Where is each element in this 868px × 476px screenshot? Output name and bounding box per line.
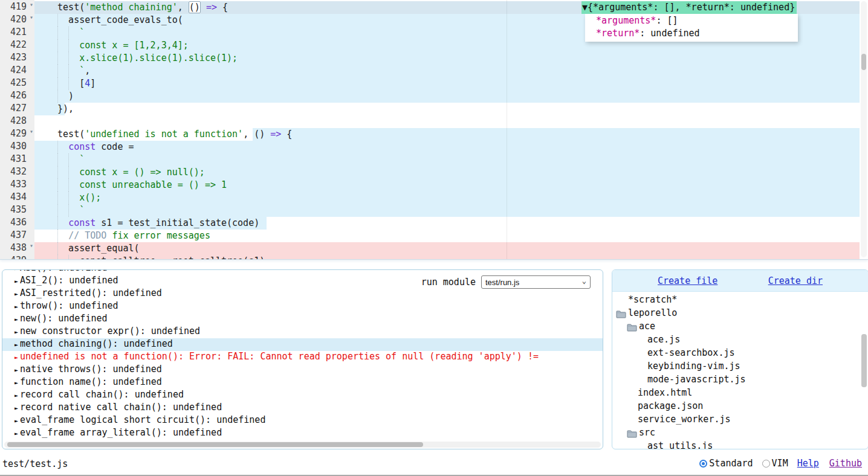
inspector-header[interactable]: ▼{*arguments*: [], *return*: undefined} (581, 1, 797, 14)
result-item[interactable]: ►record native call chain(): undefined (2, 402, 603, 414)
create-file-link[interactable]: Create file (658, 275, 717, 286)
code-row-423[interactable]: x.slice(1).slice(1).slice(1); (34, 52, 860, 65)
tree-item-service-worker-js[interactable]: service_worker.js (612, 414, 861, 427)
inspector-row[interactable]: *return*: undefined (585, 27, 798, 40)
code-line-434[interactable]: x(); (34, 191, 860, 204)
code-line-425[interactable]: [4] (34, 77, 860, 90)
tree-item-ast-utils-js[interactable]: ast_utils.js (612, 440, 861, 449)
files-scrollbar-thumb[interactable] (861, 334, 867, 387)
expand-arrow-icon[interactable]: ► (15, 430, 18, 437)
result-item[interactable]: ►new constructor expr(): undefined (2, 326, 603, 338)
code-row-429[interactable]: test('undefined is not a function', () =… (34, 128, 860, 141)
result-item[interactable]: ►new(): undefined (2, 313, 603, 326)
expand-arrow-icon[interactable]: ► (15, 341, 18, 348)
result-item[interactable]: ►native throws(): undefined (2, 364, 603, 376)
tree-item-index-html[interactable]: index.html (612, 387, 861, 400)
tree-item-ace-js[interactable]: ace.js (612, 334, 861, 347)
results-hscrollbar[interactable] (4, 442, 601, 448)
tree-item-keybinding-vim-js[interactable]: keybinding-vim.js (612, 361, 861, 374)
expand-arrow-icon[interactable]: ► (15, 316, 18, 323)
code-line-433[interactable]: const unreachable = () => 1 (34, 179, 860, 191)
result-item[interactable]: ►method chaining(): undefined (2, 338, 603, 351)
tree-item-ext-searchbox-js[interactable]: ext-searchbox.js (612, 347, 861, 361)
code-row-428[interactable] (34, 115, 860, 128)
result-item[interactable]: ►record call chain(): undefined (2, 389, 603, 402)
code-row-434[interactable]: x(); (34, 191, 860, 204)
expand-arrow-icon[interactable]: ► (15, 405, 18, 411)
code-row-438[interactable]: assert_equal( (34, 242, 860, 255)
expand-arrow-icon[interactable]: ► (15, 417, 18, 424)
code-line-439[interactable]: const calltree = root_calltree(s1) (34, 255, 860, 260)
code-row-439[interactable]: const calltree = root_calltree(s1) (34, 255, 860, 260)
editor-scrollbar-thumb[interactable] (861, 54, 866, 70)
tree-item-scratch[interactable]: *scratch* (612, 294, 861, 307)
editor-scrollbar[interactable] (861, 1, 867, 257)
keybinding-option-vim[interactable]: VIM (762, 458, 788, 469)
tree-item-src[interactable]: src (612, 427, 861, 440)
result-item[interactable]: ►function name(): undefined (2, 376, 603, 389)
code-line-436[interactable]: const s1 = test_initial_state(code) (34, 217, 860, 230)
expand-arrow-icon[interactable]: ► (15, 269, 18, 272)
code-row-431[interactable]: ` (34, 153, 860, 166)
code-row-432[interactable]: const x = () => null(); (34, 166, 860, 179)
tree-item-leporello[interactable]: leporello (612, 307, 861, 321)
tree-item-ace[interactable]: ace (612, 321, 861, 334)
code-line-427[interactable]: }), (34, 103, 860, 115)
expand-arrow-icon[interactable]: ► (15, 278, 18, 285)
gutter-line-431: 431 (0, 153, 34, 166)
code-line-424[interactable]: `, (34, 65, 860, 77)
code-line-430[interactable]: const code = (34, 141, 860, 153)
expand-arrow-icon[interactable]: ► (15, 329, 18, 335)
create-dir-link[interactable]: Create dir (768, 275, 823, 286)
expand-arrow-icon[interactable]: ► (15, 354, 18, 361)
code-row-427[interactable]: }), (34, 103, 860, 115)
code-line-435[interactable]: ` (34, 204, 860, 217)
fold-arrow-icon[interactable]: ▾ (30, 128, 33, 135)
code-line-431[interactable]: ` (34, 153, 860, 166)
code-row-437[interactable]: // TODO fix error messages (34, 230, 860, 242)
fold-arrow-icon[interactable]: ▾ (30, 14, 33, 21)
code-line-429[interactable]: test('undefined is not a function', () =… (34, 128, 860, 141)
code-line-432[interactable]: const x = () => null(); (34, 166, 860, 179)
result-item[interactable]: ►undefined is not a function(): Error: F… (2, 351, 603, 364)
result-item[interactable]: ►eval_frame array_literal(): undefined (2, 427, 603, 440)
code-line-426[interactable]: ) (34, 90, 860, 103)
result-item[interactable]: ►eval_frame logical short circuit(): und… (2, 414, 603, 427)
result-item[interactable]: ►throw(): undefined (2, 300, 603, 313)
collapse-arrow-icon[interactable]: ▼ (582, 2, 588, 13)
expand-arrow-icon[interactable]: ► (15, 392, 18, 399)
radio-unselected-icon[interactable] (762, 460, 770, 468)
result-item[interactable]: ►ASI(): undefined (2, 269, 603, 275)
tree-item-mode-javascript-js[interactable]: mode-javascript.js (612, 374, 861, 387)
expand-arrow-icon[interactable]: ► (15, 367, 18, 373)
run-module-select[interactable]: test/run.js (481, 275, 591, 289)
results-hscrollbar-thumb[interactable] (7, 442, 423, 447)
code-row-426[interactable]: ) (34, 90, 860, 103)
fold-arrow-icon[interactable]: ▾ (30, 242, 33, 249)
link-help[interactable]: Help (797, 458, 819, 469)
expand-arrow-icon[interactable]: ► (15, 291, 18, 297)
line-number: 420 (10, 14, 27, 25)
keybinding-option-standard[interactable]: Standard (699, 458, 753, 469)
code-line-438[interactable]: assert_equal( (34, 242, 860, 255)
tooltip-body: *arguments*: [] *return*: undefined (585, 14, 798, 42)
radio-selected-icon[interactable] (699, 460, 707, 468)
code-line-423[interactable]: x.slice(1).slice(1).slice(1); (34, 52, 860, 65)
code-row-424[interactable]: `, (34, 65, 860, 77)
inspector-row[interactable]: *arguments*: [] (585, 14, 798, 27)
code-row-435[interactable]: ` (34, 204, 860, 217)
code-row-430[interactable]: const code = (34, 141, 860, 153)
link-github[interactable]: Github (829, 458, 862, 469)
code-row-436[interactable]: const s1 = test_initial_state(code) (34, 217, 860, 230)
code-line-437[interactable]: // TODO fix error messages (34, 230, 860, 242)
expand-arrow-icon[interactable]: ► (15, 303, 18, 310)
code-row-425[interactable]: [4] (34, 77, 860, 90)
token-str: 'method chaining' (85, 2, 178, 13)
code-editor[interactable]: 419▾420▾421422423424425426427428429▾4304… (0, 0, 868, 260)
code-row-433[interactable]: const unreachable = () => 1 (34, 179, 860, 191)
tree-item-package-json[interactable]: package.json (612, 400, 861, 414)
result-item[interactable]: ►ASI_restrited(): undefined (2, 288, 603, 300)
fold-arrow-icon[interactable]: ▾ (30, 1, 33, 8)
expand-arrow-icon[interactable]: ► (15, 379, 18, 386)
gutter-line-434: 434 (0, 191, 34, 204)
